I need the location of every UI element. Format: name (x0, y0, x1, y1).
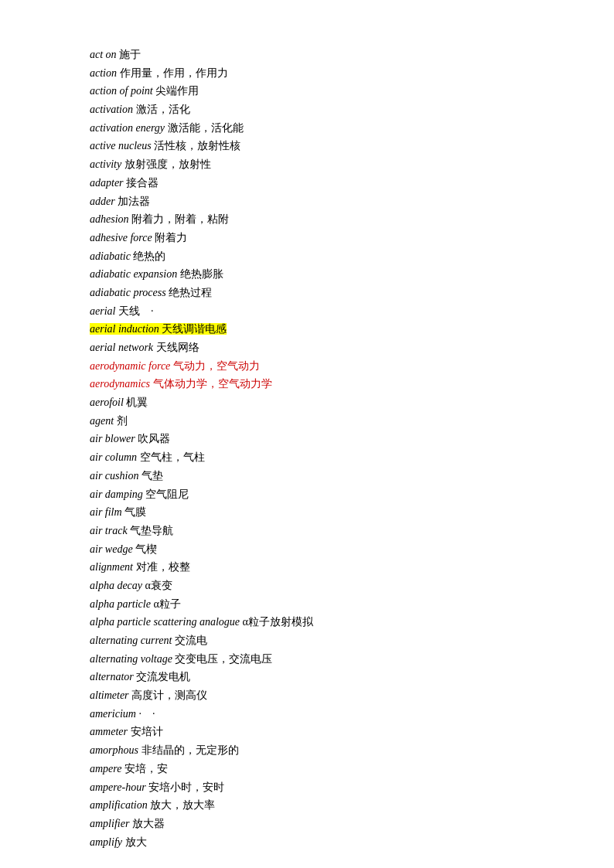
definition: 施于 (119, 49, 141, 60)
list-item: amorphous 非结晶的，无定形的 (90, 742, 552, 759)
definition: 绝热的 (133, 250, 165, 262)
definition: 活性核，放射性核 (154, 140, 240, 151)
term: air blower (90, 433, 135, 444)
definition: 交流电 (175, 635, 207, 646)
list-item: air damping 空气阻尼 (90, 486, 552, 503)
term: amorphous (90, 744, 138, 756)
term: aerial induction (90, 323, 159, 335)
term: alpha particle (90, 598, 151, 610)
definition: · · (138, 708, 155, 720)
definition: 气膜 (125, 506, 146, 518)
list-item: aerial network 天线网络 (90, 339, 552, 356)
term: active nucleus (90, 140, 152, 151)
term: adder (90, 196, 115, 207)
term: adhesive force (90, 232, 152, 243)
definition: 剂 (117, 415, 128, 427)
term: aerodynamics (90, 378, 150, 390)
list-item: air track 气垫导航 (90, 523, 552, 540)
list-item: altimeter 高度计，测高仪 (90, 687, 552, 704)
definition: 绝热过程 (169, 287, 212, 298)
list-item: ammeter 安培计 (90, 723, 552, 740)
list-item: agent 剂 (90, 413, 552, 430)
definition: 激活，活化 (136, 104, 190, 115)
term: amplifier (90, 818, 129, 829)
definition: 附着力 (155, 232, 187, 243)
list-item: aerodynamics 气体动力学，空气动力学 (90, 376, 552, 393)
definition: 安培计 (131, 726, 163, 737)
list-item: air column 空气柱，气柱 (90, 449, 552, 466)
list-item: adiabatic expansion 绝热膨胀 (90, 266, 552, 283)
list-item: alternating voltage 交变电压，交流电压 (90, 651, 552, 668)
term: alternating current (90, 635, 172, 646)
term: adiabatic process (90, 287, 166, 298)
list-item: amplifier 放大器 (90, 815, 552, 832)
list-item: act on 施于 (90, 46, 552, 63)
definition: 放大器 (132, 818, 165, 829)
definition: 绝热膨胀 (180, 268, 223, 280)
term: aerodynamic force (90, 360, 170, 372)
list-item: active nucleus 活性核，放射性核 (90, 138, 552, 155)
definition: 作用量，作用，作用力 (120, 67, 228, 79)
list-item: alpha particle scattering analogue α粒子放射… (90, 614, 552, 631)
highlighted-entry: aerial induction 天线调谐电感 (90, 323, 227, 335)
list-item: adhesion 附着力，附着，粘附 (90, 211, 552, 228)
definition: 空气柱，气柱 (140, 451, 205, 463)
term: aerial (90, 305, 115, 317)
definition: 放大，放大率 (150, 799, 215, 811)
term: alternator (90, 671, 134, 682)
term: air track (90, 525, 128, 536)
term: aerial network (90, 342, 153, 353)
term: air wedge (90, 543, 133, 555)
term: adiabatic (90, 250, 131, 262)
definition: 交变电压，交流电压 (175, 653, 272, 665)
list-item: aerofoil 机翼 (90, 394, 552, 411)
term: action of point (90, 85, 153, 97)
term: amplification (90, 799, 148, 811)
definition: α衰变 (145, 580, 172, 591)
definition: 交流发电机 (136, 671, 190, 682)
term: adiabatic expansion (90, 268, 177, 280)
term: aerofoil (90, 397, 124, 408)
definition: 天线 · (118, 305, 154, 317)
definition: 气垫 (142, 470, 163, 482)
term: alignment (90, 561, 133, 573)
definition: 天线网络 (156, 342, 200, 353)
list-item: adder 加法器 (90, 193, 552, 210)
definition: 附着力，附着，粘附 (131, 213, 229, 225)
list-item: aerial 天线 · (90, 303, 552, 320)
list-item: ampere-hour 安培小时，安时 (90, 779, 552, 796)
term: action (90, 67, 117, 79)
list-item: alternating current 交流电 (90, 632, 552, 649)
definition: 加法器 (118, 196, 150, 207)
term: activation energy (90, 122, 165, 134)
definition: 机翼 (126, 397, 148, 408)
term: ammeter (90, 726, 128, 737)
definition: 吹风器 (138, 433, 170, 444)
list-item: air wedge 气楔 (90, 541, 552, 558)
term: altimeter (90, 689, 129, 701)
term: ampere-hour (90, 781, 146, 793)
term: air cushion (90, 470, 138, 482)
definition: 天线调谐电感 (162, 323, 227, 335)
term: air damping (90, 488, 143, 500)
definition: 对准，校整 (136, 561, 190, 573)
definition: 气动力，空气动力 (173, 360, 260, 372)
list-item: alignment 对准，校整 (90, 559, 552, 576)
definition: 气体动力学，空气动力学 (153, 378, 272, 390)
definition: 放大 (125, 836, 147, 848)
term: agent (90, 415, 114, 427)
list-item: aerodynamic force 气动力，空气动力 (90, 358, 552, 375)
definition: 气垫导航 (130, 525, 173, 536)
definition: 气楔 (135, 543, 157, 555)
list-item: activation energy 激活能，活化能 (90, 120, 552, 137)
definition: 安培小时，安时 (148, 781, 224, 793)
list-item: action 作用量，作用，作用力 (90, 65, 552, 82)
term: alpha decay (90, 580, 142, 591)
term: americium (90, 708, 136, 720)
list-item: action of point 尖端作用 (90, 83, 552, 100)
term: act on (90, 49, 117, 60)
list-item: alternator 交流发电机 (90, 669, 552, 686)
list-item: amplify 放大 (90, 834, 552, 851)
term: activity (90, 158, 121, 170)
definition: 激活能，活化能 (168, 122, 244, 134)
